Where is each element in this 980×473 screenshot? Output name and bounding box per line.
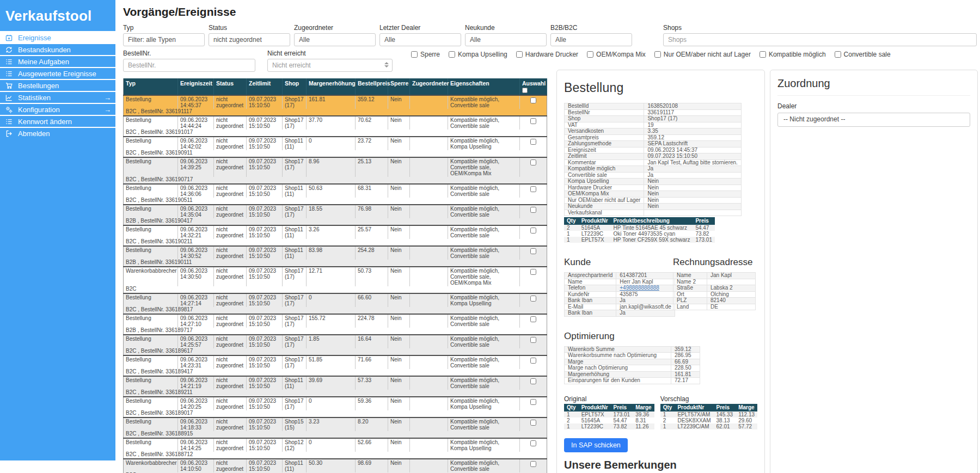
- filter-input-b2b-b2c[interactable]: [550, 33, 632, 46]
- kv-row: NeukundeNein: [565, 204, 742, 210]
- filter-input-shops[interactable]: [663, 33, 977, 46]
- table-row[interactable]: Bestellung09.06.2023 14:45:37nicht zugeo…: [124, 95, 547, 109]
- sidebar-item-kennwort-aendern[interactable]: Kennwort ändern: [0, 115, 115, 127]
- sidebar-item-label: Bestellungen: [18, 82, 111, 90]
- sidebar-item-ausgewertete-ereignisse[interactable]: Ausgewertete Ereignisse: [0, 67, 115, 79]
- sidebar-item-bestellungen[interactable]: Bestellungen: [0, 79, 115, 91]
- phone-link[interactable]: +498888888888: [620, 285, 659, 291]
- sidebar-item-ereignisse[interactable]: Ereignisse: [0, 31, 115, 43]
- checkbox-kompa-upselling[interactable]: [449, 51, 455, 58]
- checkbox-oem-kompa-mix[interactable]: [587, 51, 593, 58]
- column-header-produktnr: ProduktNr: [579, 217, 611, 225]
- row-select-checkbox[interactable]: [530, 139, 536, 145]
- kv-row: Ereigniszeit09.06.2023 14:45:37: [565, 147, 742, 153]
- table-row[interactable]: Bestellung09.06.2023 14:44:24nicht zugeo…: [124, 116, 547, 130]
- row-select-checkbox[interactable]: [530, 440, 536, 446]
- row-select-checkbox[interactable]: [530, 316, 536, 322]
- event-entry: Bestellung09.06.2023 14:36:06nicht zugeo…: [124, 184, 547, 205]
- table-row[interactable]: Warenkorbabbrecher09.06.2023 14:10:50nic…: [124, 459, 547, 472]
- table-row[interactable]: Bestellung09.06.2023 14:32:21nicht zugeo…: [124, 225, 547, 239]
- sidebar-item-bestandskunden[interactable]: Bestandskunden: [0, 43, 115, 55]
- sap-send-button[interactable]: In SAP schicken: [564, 438, 628, 452]
- filter-input-typ[interactable]: [123, 33, 205, 46]
- row-select-checkbox[interactable]: [530, 159, 536, 165]
- checkbox-hardware-drucker[interactable]: [516, 51, 523, 58]
- checkbox-group-kompa-upselling: Kompa Upselling: [449, 51, 507, 58]
- sidebar-item-label: Ausgewertete Ereignisse: [18, 70, 111, 78]
- table-subrow: B2C , BestellNr. 336189017: [124, 410, 547, 417]
- table-row[interactable]: Bestellung09.06.2023 14:42:02nicht zugeo…: [124, 137, 547, 150]
- table-row[interactable]: Bestellung09.06.2023 14:27:10nicht zugeo…: [124, 314, 547, 328]
- checkbox-group-sperre: Sperre: [411, 51, 440, 58]
- table-row[interactable]: Bestellung09.06.2023 14:21:19nicht zugeo…: [124, 376, 547, 390]
- row-select-checkbox[interactable]: [530, 461, 536, 467]
- row-select-checkbox[interactable]: [530, 296, 536, 302]
- app-title: Verkaufstool: [0, 0, 115, 31]
- table-row[interactable]: Bestellung09.06.2023 14:27:14nicht zugeo…: [124, 293, 547, 307]
- table-row[interactable]: Bestellung09.06.2023 14:14:25nicht zugeo…: [124, 438, 547, 452]
- task-list-icon: [5, 118, 15, 125]
- checkbox-kompatible-moeglich[interactable]: [759, 51, 766, 58]
- product-row: 251645A54.478.31: [564, 417, 654, 423]
- table-row[interactable]: Bestellung09.06.2023 14:35:04nicht zugeo…: [124, 205, 547, 218]
- select-all-checkbox[interactable]: [522, 88, 528, 93]
- table-subrow: B2C , BestellNr. 336189817: [124, 307, 547, 314]
- row-select-checkbox[interactable]: [530, 207, 536, 213]
- kv-row: ShopShop17 (17): [565, 116, 742, 122]
- filter-row-1: TypStatusZugeordneterLetzter DealerNeuku…: [123, 24, 979, 46]
- chart-icon: [5, 94, 15, 101]
- row-select-checkbox[interactable]: [530, 399, 536, 405]
- sidebar-item-konfiguration[interactable]: Konfiguration→: [0, 103, 115, 115]
- table-row[interactable]: Warenkorbabbrecher09.06.2023 14:30:50nic…: [124, 267, 547, 286]
- table-row[interactable]: Bestellung09.06.2023 14:39:25nicht zugeo…: [124, 157, 547, 177]
- row-select-checkbox[interactable]: [530, 118, 536, 124]
- table-row[interactable]: Bestellung09.06.2023 14:36:06nicht zugeo…: [124, 184, 547, 198]
- sidebar-item-label: Statistiken: [18, 94, 104, 102]
- vorschlag-title: Vorschlag: [660, 395, 757, 403]
- row-select-checkbox[interactable]: [530, 337, 536, 343]
- kv-row: Telefon+498888888888: [565, 285, 675, 292]
- row-select-checkbox[interactable]: [530, 228, 536, 234]
- row-select-checkbox[interactable]: [530, 97, 536, 103]
- row-select-checkbox[interactable]: [530, 378, 536, 384]
- checkbox-sperre[interactable]: [411, 51, 418, 58]
- filter-input-letzter-dealer[interactable]: [379, 33, 461, 46]
- filter-input-status[interactable]: [209, 33, 290, 46]
- bestellnr-input[interactable]: [123, 59, 255, 72]
- filter-input-zugeordneter[interactable]: [294, 33, 376, 46]
- event-entry: Bestellung09.06.2023 14:27:10nicht zugeo…: [124, 314, 547, 335]
- kv-row: Einsparungen für den Kunden72.17: [565, 378, 700, 384]
- checkbox-convertible-sale[interactable]: [835, 51, 841, 58]
- row-select-checkbox[interactable]: [530, 420, 536, 426]
- table-row[interactable]: Bestellung09.06.2023 14:30:52nicht zugeo…: [124, 246, 547, 260]
- column-header-status: Status: [214, 78, 247, 95]
- row-select-checkbox[interactable]: [530, 248, 536, 254]
- sidebar-item-statistiken[interactable]: Statistiken→: [0, 91, 115, 103]
- table-subrow: B2B , BestellNr. 336190417: [124, 218, 547, 225]
- spinner-arrows-icon[interactable]: [384, 62, 389, 67]
- table-subrow: B2C , BestellNr. 336188712: [124, 452, 547, 459]
- sidebar-item-abmelden[interactable]: Abmelden: [0, 127, 115, 139]
- event-entry: Bestellung09.06.2023 14:30:52nicht zugeo…: [124, 246, 547, 267]
- filter-input-neukunde[interactable]: [465, 33, 547, 46]
- table-row[interactable]: Bestellung09.06.2023 14:18:33nicht zugeo…: [124, 417, 547, 431]
- filter-field-letzter-dealer: Letzter Dealer: [379, 24, 461, 46]
- kv-row: NameJan Kapl: [673, 273, 756, 279]
- event-entry: Bestellung09.06.2023 14:20:25nicht zugeo…: [124, 397, 547, 417]
- filter-field-b2b-b2c: B2B/B2C: [550, 24, 632, 46]
- row-select-checkbox[interactable]: [530, 269, 536, 275]
- kv-row: Kompatible möglichJa: [565, 166, 742, 173]
- task-list-icon: [5, 58, 15, 65]
- row-select-checkbox[interactable]: [530, 186, 536, 192]
- checkbox-nur-oem-nicht-auf-lager[interactable]: [654, 51, 661, 58]
- event-entry: Bestellung09.06.2023 14:18:33nicht zugeo…: [124, 417, 547, 438]
- table-row[interactable]: Bestellung09.06.2023 14:20:25nicht zugeo…: [124, 397, 547, 410]
- table-row[interactable]: Bestellung09.06.2023 14:25:57nicht zugeo…: [124, 335, 547, 348]
- row-select-checkbox[interactable]: [530, 358, 536, 364]
- table-row[interactable]: Bestellung09.06.2023 14:23:31nicht zugeo…: [124, 355, 547, 369]
- nicht-erreicht-select[interactable]: [267, 59, 393, 72]
- dealer-select[interactable]: -- Nicht zugeordnet --: [777, 113, 970, 127]
- table-subrow: B2C: [124, 286, 547, 293]
- sidebar-item-meine-aufgaben[interactable]: Meine Aufgaben: [0, 55, 115, 67]
- kv-row: Name 2: [673, 279, 756, 285]
